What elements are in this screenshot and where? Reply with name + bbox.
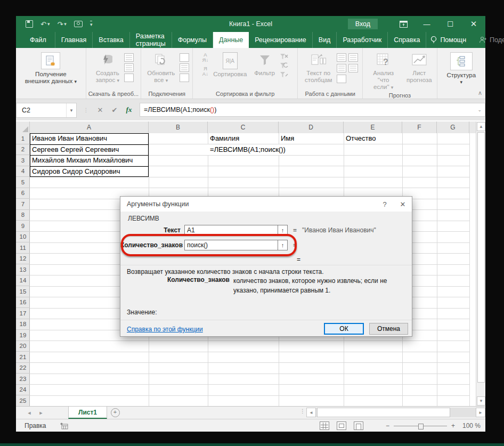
column-header-b[interactable]: B — [149, 121, 208, 133]
formula-input[interactable]: =ЛЕВСИМВ(A1;поиск()) ⌄ — [140, 103, 485, 117]
sheet-nav-right-icon[interactable]: ► — [35, 407, 47, 419]
tab-formulas[interactable]: Формулы — [172, 32, 213, 48]
tab-file[interactable]: Файл — [21, 32, 55, 48]
tab-home[interactable]: Главная — [55, 32, 93, 48]
tab-help[interactable]: Справка — [388, 32, 426, 48]
recent-sources-icon[interactable] — [124, 74, 134, 82]
sheet-tab-sheet1[interactable]: Лист1 — [68, 407, 107, 419]
cancel-icon[interactable]: ✕ — [93, 103, 107, 117]
row-header-17[interactable]: 17 — [16, 308, 30, 319]
data-validation-icon[interactable] — [337, 75, 346, 83]
zoom-out-icon[interactable]: − — [386, 422, 389, 429]
flash-fill-icon[interactable] — [337, 53, 346, 62]
horizontal-scroll-thumb[interactable] — [317, 408, 450, 417]
name-box-dropdown-icon[interactable]: ▾ — [66, 103, 76, 117]
cell-a3[interactable]: Михайлов Михаил Михайлович — [30, 155, 133, 166]
help-link[interactable]: Справка по этой функции — [127, 326, 203, 333]
advanced-filter-icon[interactable] — [280, 71, 288, 78]
macro-record-icon[interactable] — [60, 423, 68, 429]
undo-icon[interactable]: ↶▾ — [40, 20, 50, 28]
scroll-right-icon[interactable]: ► — [476, 408, 485, 417]
close-icon[interactable]: ✕ — [462, 16, 485, 32]
cell-d1[interactable]: Имя — [279, 133, 294, 144]
outline-button[interactable]: Структура ▾ — [444, 51, 479, 87]
new-query-button[interactable]: Создать запрос ▾ — [93, 51, 122, 85]
column-header-f[interactable]: F — [402, 121, 437, 133]
row-header-21[interactable]: 21 — [16, 352, 30, 363]
sort-button[interactable]: Я|А Сортировка — [210, 51, 249, 79]
scroll-left-icon[interactable]: ◄ — [306, 408, 316, 417]
customize-qat-icon[interactable]: ▾ — [90, 21, 93, 27]
row-header-1[interactable]: 1 — [16, 133, 30, 144]
column-header-d[interactable]: D — [279, 121, 344, 133]
row-header-2[interactable]: 2 — [16, 144, 30, 156]
formula-bar-expand-icon[interactable]: ⌄ — [477, 107, 482, 112]
minimize-icon[interactable]: — — [415, 16, 438, 32]
sort-az-icon[interactable]: АЯ↓ — [202, 52, 209, 63]
view-normal-icon[interactable] — [320, 421, 329, 430]
view-page-break-icon[interactable] — [354, 421, 363, 430]
row-header-10[interactable]: 10 — [16, 232, 30, 243]
enter-icon[interactable]: ✔ — [108, 103, 121, 117]
edit-links-icon[interactable] — [180, 74, 189, 82]
show-queries-icon[interactable] — [124, 53, 134, 62]
share-button[interactable]: Поделиться — [479, 32, 504, 48]
column-header-g[interactable]: G — [437, 121, 469, 133]
what-if-button[interactable]: ? Анализ "что если" ▾ — [365, 51, 402, 92]
zoom-level[interactable]: 100 % — [462, 419, 481, 432]
sort-za-icon[interactable]: ЯА↓ — [202, 66, 209, 77]
row-header-9[interactable]: 9 — [16, 221, 30, 232]
scroll-down-icon[interactable]: ▼ — [477, 396, 485, 406]
row-header-15[interactable]: 15 — [16, 286, 30, 297]
connections-icon[interactable] — [180, 53, 189, 62]
cell-c2-editing[interactable]: =ЛЕВСИМВ(A1;поиск()) — [208, 144, 286, 156]
tab-developer[interactable]: Разработчик — [337, 32, 388, 48]
forecast-sheet-button[interactable]: Лист прогноза — [404, 51, 435, 85]
refresh-all-button[interactable]: Обновить все ▾ — [144, 51, 177, 85]
row-header-6[interactable]: 6 — [16, 188, 30, 199]
clear-filter-icon[interactable] — [280, 53, 288, 60]
maximize-icon[interactable]: ☐ — [438, 16, 462, 32]
row-header-11[interactable]: 11 — [16, 242, 30, 254]
tab-review[interactable]: Рецензирование — [249, 32, 313, 48]
column-header-e[interactable]: E — [344, 121, 402, 133]
tab-insert[interactable]: Вставка — [93, 32, 129, 48]
row-header-22[interactable]: 22 — [16, 363, 30, 374]
row-header-4[interactable]: 4 — [16, 166, 30, 177]
name-box[interactable]: C2 ▾ — [16, 103, 77, 118]
row-header-16[interactable]: 16 — [16, 297, 30, 309]
row-header-7[interactable]: 7 — [16, 199, 30, 210]
insert-function-icon[interactable]: fx — [122, 103, 136, 117]
dialog-help-icon[interactable]: ? — [376, 197, 394, 212]
dialog-title-bar[interactable]: Аргументы функции ? ✕ — [120, 197, 412, 212]
row-header-20[interactable]: 20 — [16, 341, 30, 352]
zoom-slider[interactable] — [394, 426, 447, 426]
tab-view[interactable]: Вид — [313, 32, 337, 48]
row-header-23[interactable]: 23 — [16, 374, 30, 385]
column-header-c[interactable]: C — [208, 121, 279, 133]
cell-a1[interactable]: Иванов Иван Иванович — [30, 133, 107, 144]
save-icon[interactable] — [26, 20, 33, 28]
scroll-up-icon[interactable]: ▲ — [477, 122, 485, 131]
add-sheet-button[interactable]: + — [107, 407, 123, 419]
get-external-data-button[interactable]: Получение внешних данных ▾ — [22, 51, 79, 86]
row-header-18[interactable]: 18 — [16, 319, 30, 330]
zoom-in-icon[interactable]: + — [451, 422, 455, 429]
sheet-nav-left-icon[interactable]: ◄ — [23, 407, 35, 419]
tab-page-layout[interactable]: Разметка страницы — [130, 32, 172, 48]
ribbon-display-icon[interactable] — [392, 16, 415, 32]
cell-a2[interactable]: Сергеев Сергей Сергеевич — [30, 144, 119, 156]
cell-c1[interactable]: Фамилия — [208, 133, 239, 144]
row-header-19[interactable]: 19 — [16, 330, 30, 341]
horizontal-scrollbar[interactable]: ◄ ► — [306, 407, 485, 418]
signin-button[interactable]: Вход — [348, 19, 378, 29]
ok-button[interactable]: ОК — [324, 323, 364, 335]
vertical-scroll-thumb[interactable] — [477, 132, 485, 383]
remove-duplicates-icon[interactable] — [337, 64, 346, 72]
column-header-a[interactable]: A — [30, 121, 149, 133]
select-all-corner[interactable] — [16, 121, 30, 133]
cell-e1[interactable]: Отчество — [344, 133, 376, 144]
cell-a4[interactable]: Сидоров Сидор Сидорович — [30, 166, 120, 177]
tell-me[interactable]: Помощн — [430, 32, 466, 48]
relationships-icon[interactable] — [348, 64, 358, 72]
